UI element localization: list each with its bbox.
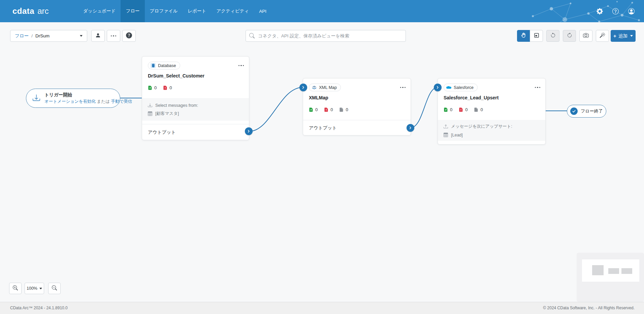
card-menu-ellipsis-icon[interactable] (399, 86, 407, 90)
undo-button[interactable] (546, 30, 559, 42)
breadcrumb-separator: / (31, 33, 33, 38)
xmlmap-type-badge[interactable]: XML Map (309, 84, 341, 91)
settings-gear-icon[interactable] (596, 8, 603, 14)
flow-breadcrumb-select[interactable]: フロー / DrSum (10, 30, 87, 42)
zoom-out-button[interactable] (48, 283, 61, 294)
magic-wand-icon (600, 32, 605, 39)
error-file-icon (163, 85, 167, 90)
redo-button[interactable] (563, 30, 576, 42)
tab-dashboard[interactable]: ダッシュボード (78, 0, 121, 22)
trigger-start-node[interactable]: トリガー開始 オートメーションを有効化 または 手動で受信 (26, 89, 120, 108)
search-icon (249, 33, 255, 38)
help-icon[interactable] (612, 8, 619, 14)
main-navigation: ダッシュボード フロー プロファイル レポート アクティビティ API (78, 0, 271, 22)
trigger-title: トリガー開始 (44, 92, 132, 98)
connector-title: XMLMap (309, 95, 328, 100)
person-icon (95, 33, 101, 39)
plus-icon: + (613, 33, 616, 38)
xml-map-icon (312, 85, 317, 90)
minimap-node (608, 268, 619, 274)
connector-title: Salesforce_Lead_Upsert (444, 95, 498, 100)
canvas-minimap[interactable] (577, 253, 644, 302)
error-file-icon (459, 107, 463, 112)
flow-more-options-button[interactable] (107, 30, 120, 42)
input-port-xmlmap[interactable] (299, 84, 307, 91)
connector-card-salesforce[interactable]: Salesforce Salesforce_Lead_Upsert 0 0 0 … (438, 78, 546, 145)
auto-layout-wand-button[interactable] (596, 30, 609, 42)
select-region-icon (534, 33, 539, 39)
redo-icon (567, 33, 572, 39)
error-count[interactable]: 0 (163, 85, 172, 90)
hand-icon (521, 32, 526, 39)
status-footer: CData Arc™ 2024 - 24.1.8910.0 © 2024 CDa… (0, 302, 644, 314)
flow-end-node[interactable]: フロー終了 (567, 105, 606, 118)
queued-count[interactable]: 0 (339, 107, 348, 112)
add-connector-button[interactable]: + 追加 (611, 30, 636, 42)
output-section[interactable]: アウトプット (303, 120, 411, 136)
message-stats: 0 0 (148, 85, 172, 90)
tab-flows[interactable]: フロー (121, 0, 144, 22)
success-count[interactable]: 0 (309, 107, 318, 112)
zoom-in-button[interactable] (9, 283, 22, 294)
breadcrumb-current: DrSum (35, 33, 50, 38)
input-port-salesforce[interactable] (434, 84, 442, 91)
caret-down-icon (39, 288, 42, 289)
output-section[interactable]: アウトプット (142, 124, 249, 140)
badge-label: XML Map (319, 85, 337, 90)
card-menu-ellipsis-icon[interactable] (534, 86, 541, 90)
salesforce-cloud-icon (446, 85, 451, 90)
flow-users-button[interactable] (91, 30, 105, 42)
ellipsis-icon (110, 34, 117, 38)
zoom-level-value: 100% (27, 286, 37, 291)
connector-card-database[interactable]: Database DrSum_Select_Customer 0 0 Selec… (142, 56, 249, 140)
tab-api[interactable]: API (254, 0, 271, 22)
salesforce-type-badge[interactable]: Salesforce (444, 84, 478, 91)
badge-label: Salesforce (454, 85, 474, 90)
tab-activity[interactable]: アクティビティ (211, 0, 254, 22)
chevron-right-icon (436, 86, 440, 89)
pan-tool-button[interactable] (517, 30, 530, 42)
check-circle-icon (570, 107, 578, 115)
queued-file-icon (339, 107, 344, 112)
cdata-arc-logo[interactable]: cdata arc (12, 0, 49, 22)
trigger-text: トリガー開始 オートメーションを有効化 または 手動で受信 (44, 92, 132, 104)
copyright-text: © 2024 CData Software, Inc. - All Rights… (543, 302, 635, 314)
tab-reports[interactable]: レポート (183, 0, 211, 22)
account-user-icon[interactable] (628, 8, 635, 14)
chevron-right-icon (247, 129, 251, 133)
error-count[interactable]: 0 (324, 107, 333, 112)
connector-info-panel: Select messages from: [顧客マスタ] (142, 98, 249, 121)
search-input[interactable] (246, 30, 406, 42)
zoom-in-icon (13, 285, 18, 292)
undo-icon (550, 33, 556, 39)
flow-help-button[interactable] (122, 30, 136, 42)
zoom-level-select[interactable]: 100% (25, 283, 44, 294)
database-type-badge[interactable]: Database (148, 62, 180, 69)
enable-automation-link[interactable]: オートメーションを有効化 (44, 99, 96, 104)
success-count[interactable]: 0 (148, 85, 157, 90)
error-count[interactable]: 0 (459, 107, 468, 112)
queued-count[interactable]: 0 (474, 107, 483, 112)
success-count[interactable]: 0 (444, 107, 452, 112)
camera-icon (583, 32, 589, 39)
connector-card-xmlmap[interactable]: XML Map XMLMap 0 0 0 アウトプット (303, 78, 411, 135)
output-port-database[interactable] (245, 127, 253, 135)
caret-down-icon (630, 35, 633, 37)
breadcrumb-root[interactable]: フロー (15, 33, 29, 39)
snapshot-camera-button[interactable] (579, 30, 592, 42)
table-icon (444, 133, 448, 137)
success-file-icon (444, 107, 448, 112)
navbar-actions (596, 0, 635, 22)
info-line2: [Lead] (451, 133, 463, 137)
success-file-icon (148, 85, 152, 90)
select-region-button[interactable] (530, 30, 543, 42)
upload-icon (444, 124, 448, 129)
card-menu-ellipsis-icon[interactable] (238, 64, 245, 68)
manual-receive-link[interactable]: 手動で受信 (111, 99, 132, 104)
tab-profiles[interactable]: プロファイル (145, 0, 183, 22)
output-port-xmlmap[interactable] (407, 124, 414, 132)
top-navbar: cdata arc ダッシュボード フロー プロファイル レポート アクティビテ… (0, 0, 644, 22)
add-button-label: 追加 (618, 33, 627, 39)
download-tray-icon (148, 103, 152, 107)
output-label: アウトプット (309, 125, 337, 131)
